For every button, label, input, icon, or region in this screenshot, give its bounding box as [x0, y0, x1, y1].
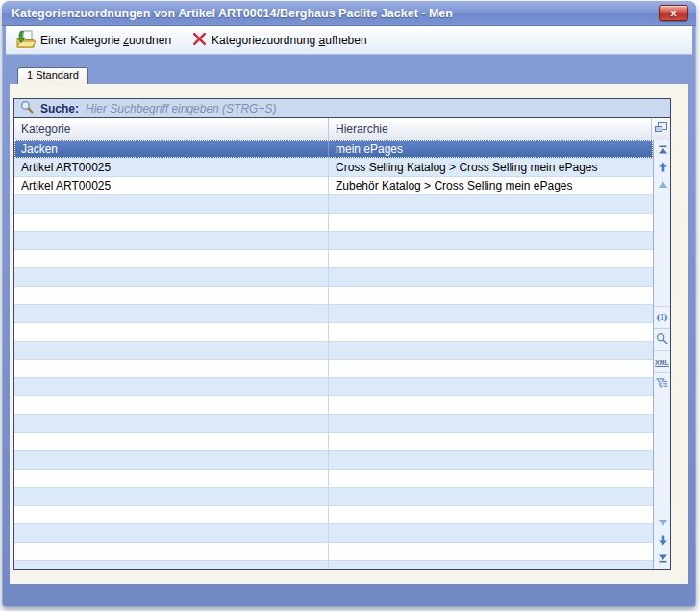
table-row-empty[interactable]: [14, 506, 653, 524]
column-chooser-button[interactable]: [651, 118, 670, 140]
cell-kategorie: [14, 451, 329, 469]
cell-kategorie: [14, 323, 329, 341]
strip-top-group: [654, 142, 670, 191]
filter-icon: [656, 375, 668, 393]
table-row-empty[interactable]: [14, 214, 653, 232]
grid-search-button[interactable]: [654, 328, 670, 350]
cell-kategorie: [14, 506, 329, 523]
search-bar[interactable]: Suche: Hier Suchbegriff eingeben (STRG+S…: [14, 99, 670, 118]
cell-hierarchie: [329, 250, 653, 267]
window-title: Kategorienzuordnungen von Artikel ART000…: [12, 7, 453, 20]
table-row-empty[interactable]: [14, 195, 653, 214]
table-row-empty[interactable]: [14, 433, 653, 451]
category-grid: Suche: Hier Suchbegriff eingeben (STRG+S…: [13, 98, 671, 570]
cell-hierarchie: Zubehör Katalog > Cross Selling mein ePa…: [329, 177, 653, 194]
table-row-empty[interactable]: [14, 342, 653, 360]
filter-button[interactable]: [654, 372, 670, 395]
row-down-button[interactable]: [654, 516, 670, 530]
remove-assignment-icon: [192, 32, 207, 49]
cell-hierarchie: [329, 543, 653, 560]
xml-export-button[interactable]: XML: [654, 350, 670, 372]
record-count-icon: (I): [656, 313, 668, 322]
assign-category-button[interactable]: Einer Kategorie zuordnen: [15, 30, 171, 51]
cell-kategorie: [14, 543, 329, 560]
cell-hierarchie: [329, 232, 653, 249]
cell-kategorie: [14, 415, 329, 432]
cell-hierarchie: [329, 524, 653, 542]
tab-standard[interactable]: 1 Standard: [17, 67, 88, 84]
cell-hierarchie: [329, 561, 653, 569]
table-row-empty[interactable]: [14, 470, 653, 488]
table-row-empty[interactable]: [14, 232, 653, 250]
table-row-empty[interactable]: [14, 396, 653, 415]
table-row-empty[interactable]: [14, 305, 653, 323]
assign-category-label: Einer Kategorie zuordnen: [40, 34, 171, 47]
remove-assignment-button[interactable]: Kategoriezuordnung aufheben: [192, 32, 367, 49]
grid-search-icon: [656, 331, 668, 348]
cell-kategorie: [14, 524, 329, 542]
close-icon: x: [670, 7, 676, 18]
cell-hierarchie: mein ePages: [329, 140, 653, 158]
strip-tools-group: (I) XML: [654, 306, 670, 395]
cell-kategorie: [14, 232, 329, 249]
dialog-window: Kategorienzuordnungen von Artikel ART000…: [2, 1, 696, 607]
search-icon: [20, 100, 34, 117]
cell-kategorie: Artikel ART00025: [14, 177, 329, 194]
cell-kategorie: [14, 396, 329, 414]
page-up-button[interactable]: [654, 160, 670, 174]
cell-hierarchie: [329, 268, 653, 286]
cell-kategorie: [14, 470, 329, 487]
cell-kategorie: [14, 195, 329, 213]
close-button[interactable]: x: [659, 5, 688, 21]
cell-hierarchie: [329, 488, 653, 505]
cell-hierarchie: [329, 415, 653, 432]
cell-hierarchie: [329, 360, 653, 377]
table-row-empty[interactable]: [14, 451, 653, 470]
record-count-button[interactable]: (I): [654, 306, 670, 328]
tab-standard-label: 1 Standard: [27, 69, 79, 81]
cell-hierarchie: [329, 287, 653, 304]
scroll-to-bottom-button[interactable]: [654, 550, 670, 565]
cell-kategorie: [14, 360, 329, 377]
cell-hierarchie: [329, 195, 653, 213]
xml-export-icon: XML: [655, 359, 669, 366]
cell-kategorie: Jacken: [14, 140, 329, 158]
cell-kategorie: Artikel ART00025: [14, 159, 329, 176]
table-row-empty[interactable]: [14, 250, 653, 268]
cell-hierarchie: [329, 214, 653, 231]
cell-kategorie: [14, 342, 329, 359]
column-chooser-icon: [655, 122, 667, 136]
table-row-empty[interactable]: [14, 488, 653, 506]
table-row-empty[interactable]: [14, 360, 653, 378]
search-label: Suche:: [40, 102, 79, 115]
tab-strip: 1 Standard: [2, 55, 696, 84]
toolbar: Einer Kategorie zuordnen Kategoriezuordn…: [6, 26, 692, 55]
table-row[interactable]: Jackenmein ePages: [14, 140, 653, 159]
assign-category-icon: [15, 30, 36, 51]
scroll-to-top-button[interactable]: [654, 142, 670, 157]
title-bar[interactable]: Kategorienzuordnungen von Artikel ART000…: [2, 1, 696, 26]
table-body: Jackenmein ePagesArtikel ART00025Cross S…: [14, 140, 670, 569]
table-row[interactable]: Artikel ART00025Zubehör Katalog > Cross …: [14, 177, 653, 195]
cell-kategorie: [14, 305, 329, 322]
column-header-hierarchie[interactable]: Hierarchie: [329, 118, 651, 140]
column-header-kategorie[interactable]: Kategorie: [14, 118, 329, 140]
table-rows: Jackenmein ePagesArtikel ART00025Cross S…: [14, 140, 653, 569]
row-up-button[interactable]: [654, 177, 670, 191]
table-header: Kategorie Hierarchie: [14, 118, 670, 140]
search-input[interactable]: Hier Suchbegriff eingeben (STRG+S): [86, 102, 276, 115]
table-row-empty[interactable]: [14, 524, 653, 543]
cell-kategorie: [14, 214, 329, 231]
cell-kategorie: [14, 250, 329, 267]
cell-hierarchie: [329, 470, 653, 487]
table-row-empty[interactable]: [14, 268, 653, 287]
table-row-empty[interactable]: [14, 378, 653, 396]
table-row-empty[interactable]: [14, 323, 653, 342]
table-row[interactable]: Artikel ART00025Cross Selling Katalog > …: [14, 159, 653, 177]
table-row-empty[interactable]: [14, 561, 653, 569]
table-row-empty[interactable]: [14, 287, 653, 305]
cell-kategorie: [14, 378, 329, 395]
table-row-empty[interactable]: [14, 543, 653, 561]
page-down-button[interactable]: [654, 533, 670, 547]
table-row-empty[interactable]: [14, 415, 653, 433]
